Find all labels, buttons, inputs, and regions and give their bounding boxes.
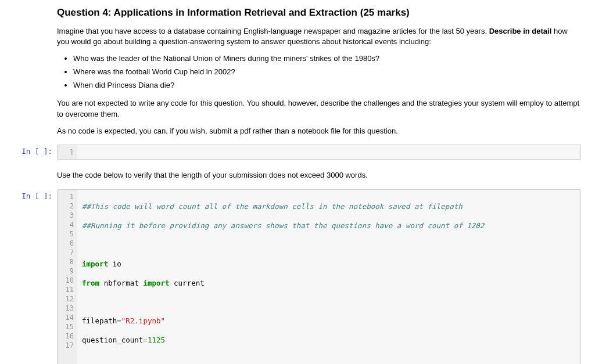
- line-number: 9: [61, 266, 74, 276]
- line-number: 11: [61, 285, 74, 294]
- code-area[interactable]: [77, 145, 580, 159]
- code-cell-wordcount: In [ ]: 1 2 3 4 5 6 7 8 9 10 11 12 13 1: [0, 188, 595, 364]
- code-cell-empty-1: In [ ]: 1: [0, 143, 595, 161]
- kw: from: [82, 279, 99, 287]
- code-input[interactable]: 1 2 3 4 5 6 7 8 9 10 11 12 13 14 15 16 1: [57, 189, 581, 364]
- line-number: 15: [61, 322, 74, 331]
- code-text: io: [108, 260, 121, 268]
- prompt-spacer: [6, 170, 57, 172]
- line-number: 12: [61, 294, 74, 304]
- line-number: 4: [61, 220, 74, 229]
- line-number: 17: [61, 341, 74, 350]
- str: "R2.ipynb": [121, 316, 165, 325]
- line-number: 13: [61, 304, 74, 313]
- line-number: 10: [61, 276, 74, 285]
- markdown-body: Question 4: Applications in Information …: [57, 6, 589, 142]
- prompt-spacer: [6, 6, 57, 8]
- intro-paragraph: Imagine that you have access to a databa…: [57, 26, 581, 48]
- line-number: 14: [61, 313, 74, 322]
- kw: import: [143, 279, 169, 287]
- markdown-cell-instruction: Use the code below to verify that the le…: [0, 169, 595, 188]
- code-comment: ##This code will word count all of the m…: [82, 202, 463, 211]
- kw: import: [82, 260, 108, 268]
- num: 1125: [148, 336, 165, 344]
- intro-text-a: Imagine that you have access to a databa…: [57, 27, 489, 35]
- example-questions-list: Who was the leader of the National Union…: [57, 53, 581, 91]
- code-input-empty[interactable]: 1: [57, 145, 581, 160]
- line-number: 6: [61, 239, 74, 248]
- list-item: Who was the leader of the National Union…: [73, 53, 581, 64]
- line-number: 8: [61, 257, 74, 266]
- op: =: [117, 316, 121, 325]
- code-text: filepath: [82, 316, 117, 325]
- line-gutter: 1 2 3 4 5 6 7 8 9 10 11 12 13 14 15 16 1: [58, 190, 77, 364]
- paragraph-challenges: You are not expected to write any code f…: [57, 98, 581, 120]
- list-item: Where was the football World Cup held in…: [73, 67, 581, 78]
- op: =: [143, 336, 148, 344]
- input-prompt: In [ ]:: [6, 189, 57, 200]
- line-number: 3: [61, 211, 74, 220]
- line-number: 16: [61, 331, 74, 341]
- line-gutter: 1: [58, 145, 77, 159]
- input-prompt: In [ ]:: [6, 145, 57, 156]
- notebook-container: Question 4: Applications in Information …: [0, 0, 595, 364]
- line-number: 1: [61, 192, 74, 201]
- line-number: 5: [61, 229, 74, 239]
- intro-bold: Describe in detail: [489, 27, 552, 35]
- paragraph-pdf-note: As no code is expected, you can, if you …: [57, 126, 581, 137]
- code-area[interactable]: ##This code will word count all of the m…: [77, 190, 580, 364]
- verify-instruction: Use the code below to verify that the le…: [57, 170, 581, 181]
- code-text: current: [170, 279, 205, 287]
- line-number: 2: [61, 201, 74, 211]
- list-item: When did Princess Diana die?: [73, 80, 581, 91]
- markdown-cell-question: Question 4: Applications in Information …: [0, 5, 595, 143]
- line-number: 1: [61, 147, 74, 157]
- markdown-body: Use the code below to verify that the le…: [57, 170, 589, 187]
- code-text: nbformat: [99, 279, 143, 287]
- code-text: question_count: [82, 336, 143, 344]
- line-number: 7: [61, 248, 74, 257]
- code-comment: ##Running it before providing any answer…: [82, 221, 484, 230]
- question-heading: Question 4: Applications in Information …: [57, 6, 581, 20]
